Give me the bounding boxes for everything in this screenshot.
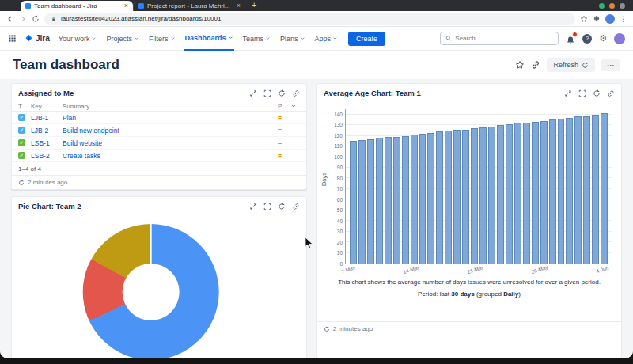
- issue-key-link[interactable]: LSB-1: [31, 139, 63, 147]
- copy-link-icon[interactable]: [531, 60, 540, 70]
- bar: [540, 121, 548, 264]
- refresh-button[interactable]: Refresh: [547, 58, 595, 72]
- donut-hole: [123, 264, 180, 320]
- table-row[interactable]: ✓ LJB-2 Build new endpoint =: [12, 124, 306, 137]
- bar: [479, 127, 487, 264]
- extensions-icon[interactable]: [593, 15, 601, 23]
- bar: [506, 124, 513, 264]
- jira-favicon: [25, 3, 31, 9]
- jira-logo[interactable]: Jira: [25, 34, 50, 43]
- chevron-down-icon: [228, 35, 233, 40]
- favorite-star-icon[interactable]: [515, 60, 525, 70]
- nav-item-your-work[interactable]: Your work: [58, 27, 98, 51]
- bar: [367, 139, 374, 264]
- pie-chart[interactable]: [83, 224, 219, 358]
- nav-item-projects[interactable]: Projects: [105, 27, 140, 51]
- jira-logo-mark: [25, 34, 33, 43]
- refresh-icon[interactable]: [278, 203, 286, 210]
- bar: [549, 119, 556, 264]
- browser-avatar[interactable]: [605, 14, 615, 24]
- chevron-down-icon[interactable]: [290, 103, 297, 109]
- more-actions-button[interactable]: ⋯: [601, 59, 620, 71]
- nav-item-label: Dashboards: [185, 34, 226, 42]
- browser-tab-active[interactable]: Team dashboard - Jira ×: [21, 1, 133, 11]
- nav-item-teams[interactable]: Teams: [242, 27, 272, 51]
- issue-type-task-icon: ✓: [18, 127, 25, 134]
- chart-caption: This chart shows the average number of d…: [317, 279, 621, 286]
- address-bar[interactable]: laurastestsite042023.atlassian.net/jira/…: [44, 13, 575, 25]
- back-icon[interactable]: [6, 15, 14, 23]
- issue-summary-link[interactable]: Build new endpoint: [63, 127, 278, 135]
- reload-icon[interactable]: [32, 15, 40, 23]
- x-axis-labels: 7-May14-May21-May28-May4-Jun: [341, 267, 608, 272]
- user-avatar[interactable]: [614, 33, 625, 44]
- refresh-icon: [582, 62, 589, 69]
- y-tick-label: 130: [334, 122, 343, 127]
- issue-type-story-icon: ✓: [18, 152, 25, 159]
- table-row[interactable]: ✓ LSB-1 Build website =: [12, 137, 306, 150]
- refresh-icon[interactable]: [324, 326, 330, 332]
- expand-icon[interactable]: [249, 203, 257, 210]
- new-tab-button[interactable]: +: [252, 0, 256, 9]
- priority-medium-icon: =: [278, 127, 290, 135]
- period-text: ): [518, 290, 521, 298]
- bar: [436, 131, 443, 264]
- help-button[interactable]: ?: [582, 34, 592, 44]
- create-button[interactable]: Create: [348, 32, 385, 46]
- gadget-header: Pie Chart: Team 2: [12, 197, 306, 214]
- expand-icon[interactable]: [564, 89, 572, 97]
- notifications-button[interactable]: [566, 34, 575, 44]
- nav-item-apps[interactable]: Apps: [314, 27, 339, 51]
- app-switcher-icon[interactable]: [8, 34, 17, 43]
- bar: [583, 116, 590, 264]
- nav-item-plans[interactable]: Plans: [279, 27, 306, 51]
- refresh-icon[interactable]: [593, 89, 601, 97]
- link-icon[interactable]: [607, 89, 615, 97]
- tab-title: Team dashboard - Jira: [34, 2, 121, 9]
- fullscreen-icon[interactable]: [263, 203, 271, 210]
- gadget-footer: 2 minutes ago: [12, 176, 306, 189]
- dashboard-content: Assigned to Me T Key Summary P: [0, 79, 633, 358]
- x-tick-label: 21-May: [466, 264, 484, 275]
- fullscreen-icon[interactable]: [578, 89, 586, 97]
- link-icon[interactable]: [292, 89, 300, 97]
- bookmark-star-icon[interactable]: [580, 15, 588, 23]
- left-column: Assigned to Me T Key Summary P: [11, 83, 307, 358]
- bar: [592, 115, 599, 264]
- issue-key-link[interactable]: LSB-2: [31, 152, 63, 160]
- browser-tab-inactive[interactable]: Project report - Laura Mehri... ×: [133, 1, 245, 11]
- col-key: Key: [31, 103, 63, 110]
- browser-menu-icon[interactable]: ⋮: [620, 15, 627, 23]
- settings-gear-icon[interactable]: ⚙: [599, 34, 607, 43]
- global-search[interactable]: [440, 32, 559, 45]
- nav-item-label: Apps: [315, 35, 332, 43]
- tab-close-icon[interactable]: ×: [124, 2, 128, 9]
- issue-summary-link[interactable]: Build website: [63, 139, 278, 147]
- issue-summary-link[interactable]: Create tasks: [63, 152, 278, 160]
- issue-key-link[interactable]: LJB-1: [31, 114, 63, 122]
- y-tick-label: 0: [339, 261, 343, 267]
- refresh-icon[interactable]: [18, 180, 25, 186]
- col-priority: P: [278, 103, 290, 110]
- table-row[interactable]: ✓ LJB-1 Plan =: [12, 112, 306, 124]
- issue-key-link[interactable]: LJB-2: [31, 127, 63, 135]
- issue-summary-link[interactable]: Plan: [63, 114, 278, 122]
- tab-close-icon[interactable]: ×: [237, 2, 241, 9]
- search-input[interactable]: [455, 35, 553, 42]
- expand-icon[interactable]: [249, 89, 257, 97]
- link-icon[interactable]: [292, 203, 300, 210]
- table-row[interactable]: ✓ LSB-2 Create tasks =: [12, 150, 306, 162]
- browser-profile-icon[interactable]: [620, 3, 625, 9]
- bar: [514, 123, 521, 264]
- period-grouping: Daily: [503, 290, 518, 298]
- fullscreen-icon[interactable]: [263, 89, 271, 97]
- bar: [427, 133, 434, 264]
- refresh-icon[interactable]: [278, 89, 286, 97]
- gadget-footer: 2 minutes ago: [317, 321, 621, 336]
- nav-item-filters[interactable]: Filters: [148, 27, 176, 51]
- forward-icon[interactable]: [19, 15, 27, 23]
- issues-link[interactable]: issues: [468, 279, 486, 286]
- nav-item-dashboards[interactable]: Dashboards: [184, 27, 234, 51]
- bar: [419, 134, 426, 264]
- x-tick-label: 14-May: [402, 264, 420, 275]
